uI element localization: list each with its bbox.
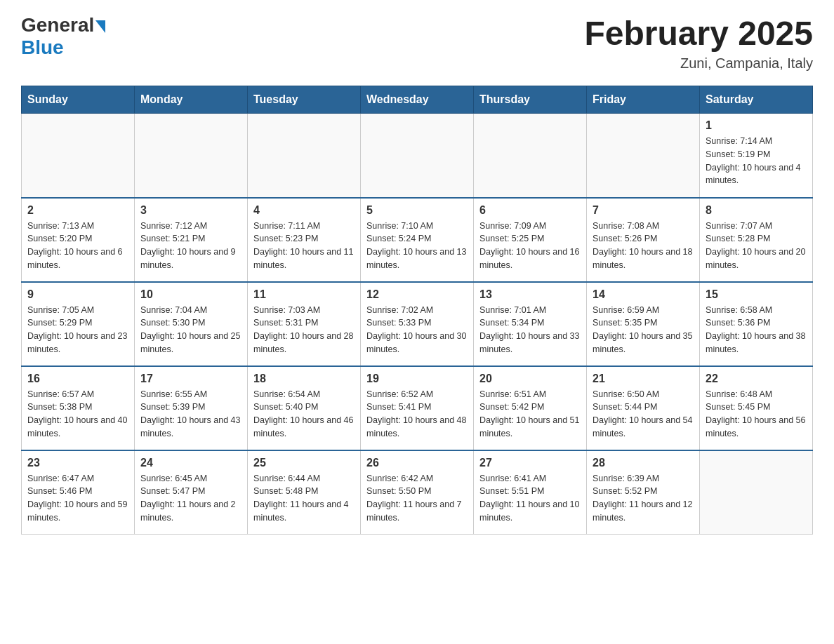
day-info: Sunrise: 7:08 AMSunset: 5:26 PMDaylight:… (593, 220, 694, 272)
day-info: Sunrise: 7:13 AMSunset: 5:20 PMDaylight:… (27, 220, 128, 272)
calendar-cell: 9Sunrise: 7:05 AMSunset: 5:29 PMDaylight… (22, 282, 135, 366)
calendar-cell: 26Sunrise: 6:42 AMSunset: 5:50 PMDayligh… (361, 450, 474, 535)
day-number: 26 (366, 457, 468, 469)
day-number: 4 (253, 204, 355, 217)
day-number: 12 (366, 288, 468, 301)
calendar-cell: 3Sunrise: 7:12 AMSunset: 5:21 PMDaylight… (135, 198, 248, 282)
day-info: Sunrise: 7:12 AMSunset: 5:21 PMDaylight:… (140, 220, 241, 272)
day-info: Sunrise: 6:52 AMSunset: 5:41 PMDaylight:… (366, 388, 468, 441)
logo: General Blue (21, 14, 107, 59)
calendar-week-row: 16Sunrise: 6:57 AMSunset: 5:38 PMDayligh… (22, 366, 813, 450)
calendar-cell: 8Sunrise: 7:07 AMSunset: 5:28 PMDaylight… (700, 198, 813, 282)
day-info: Sunrise: 6:39 AMSunset: 5:52 PMDaylight:… (593, 472, 694, 525)
day-number: 17 (140, 373, 241, 385)
day-info: Sunrise: 6:47 AMSunset: 5:46 PMDaylight:… (27, 472, 128, 525)
weekday-header-row: Sunday Monday Tuesday Wednesday Thursday… (22, 86, 813, 114)
logo-blue: Blue (21, 36, 64, 58)
day-number: 11 (253, 288, 355, 301)
calendar-table: Sunday Monday Tuesday Wednesday Thursday… (21, 86, 813, 535)
calendar-cell: 23Sunrise: 6:47 AMSunset: 5:46 PMDayligh… (22, 450, 135, 535)
calendar-cell: 21Sunrise: 6:50 AMSunset: 5:44 PMDayligh… (587, 366, 700, 450)
header-wednesday: Wednesday (361, 86, 474, 114)
day-info: Sunrise: 6:58 AMSunset: 5:36 PMDaylight:… (706, 304, 807, 356)
day-number: 16 (27, 373, 128, 385)
logo-blue-text: Blue (21, 36, 64, 59)
day-info: Sunrise: 6:45 AMSunset: 5:47 PMDaylight:… (140, 472, 241, 525)
calendar-cell: 14Sunrise: 6:59 AMSunset: 5:35 PMDayligh… (587, 282, 700, 366)
calendar-cell: 4Sunrise: 7:11 AMSunset: 5:23 PMDaylight… (248, 198, 361, 282)
logo-arrow-icon (95, 20, 105, 33)
day-number: 20 (479, 373, 581, 385)
calendar-cell (248, 114, 361, 198)
day-info: Sunrise: 7:09 AMSunset: 5:25 PMDaylight:… (479, 220, 581, 272)
day-info: Sunrise: 7:10 AMSunset: 5:24 PMDaylight:… (366, 220, 468, 272)
day-number: 25 (253, 457, 355, 469)
calendar-week-row: 9Sunrise: 7:05 AMSunset: 5:29 PMDaylight… (22, 282, 813, 366)
day-number: 14 (593, 288, 694, 301)
day-number: 13 (479, 288, 581, 301)
calendar-cell: 2Sunrise: 7:13 AMSunset: 5:20 PMDaylight… (22, 198, 135, 282)
calendar-cell: 22Sunrise: 6:48 AMSunset: 5:45 PMDayligh… (700, 366, 813, 450)
day-number: 18 (253, 373, 355, 385)
day-info: Sunrise: 7:04 AMSunset: 5:30 PMDaylight:… (140, 304, 241, 356)
day-number: 28 (593, 457, 694, 469)
calendar-week-row: 2Sunrise: 7:13 AMSunset: 5:20 PMDaylight… (22, 198, 813, 282)
calendar-week-row: 23Sunrise: 6:47 AMSunset: 5:46 PMDayligh… (22, 450, 813, 535)
calendar-cell: 1Sunrise: 7:14 AMSunset: 5:19 PMDaylight… (700, 114, 813, 198)
day-number: 1 (706, 119, 807, 132)
day-info: Sunrise: 7:03 AMSunset: 5:31 PMDaylight:… (253, 304, 355, 356)
day-number: 22 (706, 373, 807, 385)
day-number: 6 (479, 204, 581, 217)
day-number: 19 (366, 373, 468, 385)
logo-general: General (21, 14, 94, 36)
calendar-cell: 27Sunrise: 6:41 AMSunset: 5:51 PMDayligh… (474, 450, 587, 535)
calendar-cell: 24Sunrise: 6:45 AMSunset: 5:47 PMDayligh… (135, 450, 248, 535)
calendar-week-row: 1Sunrise: 7:14 AMSunset: 5:19 PMDaylight… (22, 114, 813, 198)
calendar-cell (587, 114, 700, 198)
day-info: Sunrise: 7:11 AMSunset: 5:23 PMDaylight:… (253, 220, 355, 272)
day-number: 21 (593, 373, 694, 385)
day-number: 10 (140, 288, 241, 301)
calendar-cell: 25Sunrise: 6:44 AMSunset: 5:48 PMDayligh… (248, 450, 361, 535)
day-number: 7 (593, 204, 694, 217)
calendar-cell: 16Sunrise: 6:57 AMSunset: 5:38 PMDayligh… (22, 366, 135, 450)
calendar-cell: 7Sunrise: 7:08 AMSunset: 5:26 PMDaylight… (587, 198, 700, 282)
logo-general-text: General (21, 14, 107, 36)
day-info: Sunrise: 6:41 AMSunset: 5:51 PMDaylight:… (479, 472, 581, 525)
calendar-cell: 13Sunrise: 7:01 AMSunset: 5:34 PMDayligh… (474, 282, 587, 366)
calendar-cell: 12Sunrise: 7:02 AMSunset: 5:33 PMDayligh… (361, 282, 474, 366)
calendar-cell: 10Sunrise: 7:04 AMSunset: 5:30 PMDayligh… (135, 282, 248, 366)
calendar-cell: 15Sunrise: 6:58 AMSunset: 5:36 PMDayligh… (700, 282, 813, 366)
calendar-cell: 20Sunrise: 6:51 AMSunset: 5:42 PMDayligh… (474, 366, 587, 450)
day-number: 8 (706, 204, 807, 217)
calendar-cell: 5Sunrise: 7:10 AMSunset: 5:24 PMDaylight… (361, 198, 474, 282)
calendar-cell (361, 114, 474, 198)
header-tuesday: Tuesday (248, 86, 361, 114)
calendar-cell: 6Sunrise: 7:09 AMSunset: 5:25 PMDaylight… (474, 198, 587, 282)
calendar-cell (135, 114, 248, 198)
month-title: February 2025 (584, 14, 813, 53)
title-section: February 2025 Zuni, Campania, Italy (584, 14, 813, 72)
calendar-cell (474, 114, 587, 198)
day-info: Sunrise: 6:42 AMSunset: 5:50 PMDaylight:… (366, 472, 468, 525)
day-number: 2 (27, 204, 128, 217)
day-number: 9 (27, 288, 128, 301)
day-info: Sunrise: 6:57 AMSunset: 5:38 PMDaylight:… (27, 388, 128, 441)
calendar-cell: 17Sunrise: 6:55 AMSunset: 5:39 PMDayligh… (135, 366, 248, 450)
page-header: General Blue February 2025 Zuni, Campani… (21, 14, 813, 72)
calendar-cell (700, 450, 813, 535)
day-info: Sunrise: 7:07 AMSunset: 5:28 PMDaylight:… (706, 220, 807, 272)
calendar-cell: 19Sunrise: 6:52 AMSunset: 5:41 PMDayligh… (361, 366, 474, 450)
day-info: Sunrise: 6:51 AMSunset: 5:42 PMDaylight:… (479, 388, 581, 441)
day-info: Sunrise: 7:02 AMSunset: 5:33 PMDaylight:… (366, 304, 468, 356)
day-info: Sunrise: 7:14 AMSunset: 5:19 PMDaylight:… (706, 135, 807, 187)
day-info: Sunrise: 7:05 AMSunset: 5:29 PMDaylight:… (27, 304, 128, 356)
day-number: 5 (366, 204, 468, 217)
calendar-cell (22, 114, 135, 198)
day-info: Sunrise: 6:54 AMSunset: 5:40 PMDaylight:… (253, 388, 355, 441)
header-sunday: Sunday (22, 86, 135, 114)
calendar-cell: 11Sunrise: 7:03 AMSunset: 5:31 PMDayligh… (248, 282, 361, 366)
day-number: 24 (140, 457, 241, 469)
day-info: Sunrise: 6:50 AMSunset: 5:44 PMDaylight:… (593, 388, 694, 441)
day-info: Sunrise: 6:59 AMSunset: 5:35 PMDaylight:… (593, 304, 694, 356)
